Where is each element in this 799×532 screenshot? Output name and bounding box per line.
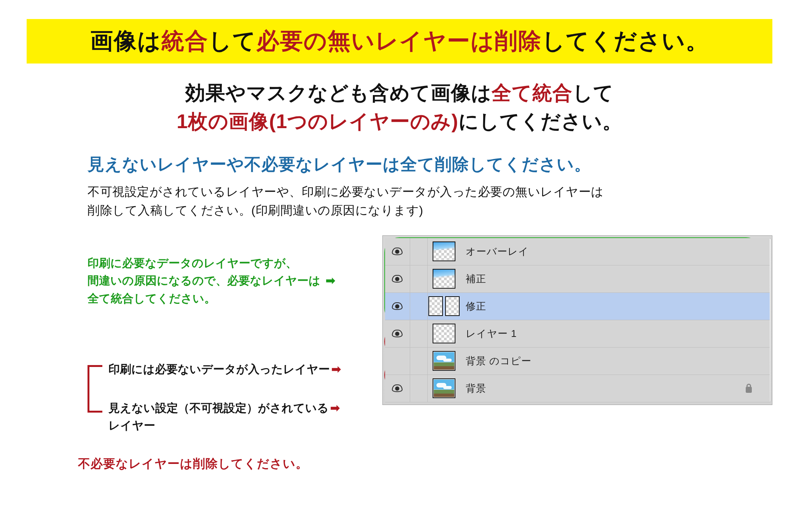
layer-name-text: レイヤー 1: [466, 327, 517, 340]
thumbnail-cell[interactable]: [428, 269, 460, 289]
section-title: 見えないレイヤーや不必要なレイヤーは全て削除してください。: [88, 153, 772, 176]
visibility-toggle[interactable]: [385, 238, 410, 265]
layer-thumbnail: [433, 351, 455, 371]
layer-row[interactable]: 背景: [385, 375, 770, 402]
bracket-icon: [88, 365, 100, 413]
spacer-cell: [410, 320, 428, 347]
eye-icon: [392, 275, 403, 283]
visibility-toggle[interactable]: [385, 375, 410, 402]
layer-name-text: 背景 のコピー: [466, 354, 532, 368]
headline-seg: してください。: [542, 28, 709, 54]
subhead-seg: にしてください。: [458, 110, 622, 132]
layer-thumbnail: [428, 296, 443, 316]
layer-name-label[interactable]: 補正: [460, 272, 757, 286]
eye-icon: [392, 302, 403, 310]
layer-list: オーバーレイ補正修正レイヤー 1背景 のコピー背景: [385, 238, 770, 402]
layer-thumbnail: [433, 324, 455, 343]
annotation-green-line: 印刷に必要なデータのレイヤーですが、: [88, 257, 297, 269]
section: 見えないレイヤーや不必要なレイヤーは全て削除してください。 不可視設定がされてい…: [27, 153, 772, 472]
thumbnail-cell[interactable]: [428, 324, 460, 343]
annotation-green-line: 全て統合してください。: [88, 292, 216, 305]
layer-row[interactable]: オーバーレイ: [385, 238, 770, 265]
annotation-red-text: 印刷には必要ないデータが入ったレイヤー: [108, 363, 330, 375]
annotation-red-1: 印刷には必要ないデータが入ったレイヤー➡: [108, 360, 367, 378]
eye-icon: [392, 330, 403, 337]
spacer-cell: [410, 238, 428, 265]
thumbnail-cell[interactable]: [428, 296, 460, 316]
lock-icon: [745, 384, 753, 393]
thumbnail-cell[interactable]: [428, 378, 460, 398]
spacer-cell: [410, 293, 428, 320]
headline-banner: 画像は統合して必要の無いレイヤーは削除してください。: [27, 19, 772, 64]
spacer-cell: [410, 375, 428, 402]
eye-icon: [392, 384, 403, 392]
headline-seg-red: 統合: [161, 28, 209, 54]
layer-name-label[interactable]: 背景: [460, 382, 757, 395]
annotation-red-text: 見えない設定（不可視設定）がされている: [108, 402, 329, 414]
layer-name-label[interactable]: レイヤー 1: [460, 327, 757, 340]
headline-text: 画像は統合して必要の無いレイヤーは削除してください。: [90, 28, 709, 54]
annotation-red-2: 見えない設定（不可視設定）がされている➡ レイヤー: [108, 399, 367, 435]
annotation-red-text: レイヤー: [108, 419, 155, 432]
visibility-toggle[interactable]: [385, 348, 410, 375]
annotation-red-group: 印刷には必要ないデータが入ったレイヤー➡ 見えない設定（不可視設定）がされている…: [88, 360, 367, 435]
arrow-right-icon: ➡: [330, 402, 340, 414]
visibility-toggle[interactable]: [385, 265, 410, 292]
layer-name-text: 補正: [466, 272, 486, 286]
headline-seg: して: [209, 28, 256, 54]
layer-name-label[interactable]: オーバーレイ: [460, 245, 757, 258]
subhead-seg: して: [573, 82, 614, 104]
section-body: 不可視設定がされているレイヤーや、印刷に必要ないデータが入った必要の無いレイヤー…: [88, 183, 772, 220]
layer-name-text: 修正: [466, 300, 486, 313]
spacer-cell: [410, 348, 428, 375]
layer-thumbnail: [433, 378, 455, 398]
layer-name-label[interactable]: 修正: [460, 300, 757, 313]
layer-thumbnail: [433, 269, 455, 289]
layer-row[interactable]: 修正: [385, 293, 770, 320]
layer-row[interactable]: レイヤー 1: [385, 320, 770, 348]
visibility-toggle[interactable]: [385, 293, 410, 320]
thumbnail-cell[interactable]: [428, 351, 460, 371]
mask-thumbnail: [445, 296, 460, 316]
annotation-green-line: 間違いの原因になるので、必要なレイヤーは: [88, 274, 320, 287]
subheading: 効果やマスクなども含めて画像は全て統合して 1枚の画像(1つのレイヤーのみ)にし…: [27, 79, 772, 136]
subhead-seg: 効果やマスクなども含めて画像は: [185, 82, 492, 104]
thumbnail-cell[interactable]: [428, 241, 460, 261]
headline-seg-red: 必要の無いレイヤーは削除: [256, 28, 542, 54]
eye-icon: [392, 248, 403, 255]
layer-row[interactable]: 補正: [385, 265, 770, 293]
arrow-right-icon: ➡: [331, 363, 341, 375]
layer-name-text: オーバーレイ: [466, 245, 529, 258]
visibility-toggle[interactable]: [385, 320, 410, 347]
layer-thumbnail: [433, 241, 455, 261]
annotation-column: 印刷に必要なデータのレイヤーですが、 間違いの原因になるので、必要なレイヤーは …: [88, 235, 367, 472]
layer-row[interactable]: 背景 のコピー: [385, 348, 770, 375]
lower-area: 印刷に必要なデータのレイヤーですが、 間違いの原因になるので、必要なレイヤーは …: [88, 235, 772, 472]
arrow-right-icon: ➡: [326, 274, 335, 287]
subhead-seg-red: 全て統合: [492, 82, 573, 104]
layers-panel: オーバーレイ補正修正レイヤー 1背景 のコピー背景: [382, 235, 772, 405]
annotation-red-bold: 不必要なレイヤーは削除してください。: [78, 456, 367, 472]
layer-name-text: 背景: [466, 382, 486, 395]
layer-name-label[interactable]: 背景 のコピー: [460, 354, 757, 368]
headline-seg: 画像は: [90, 28, 161, 54]
annotation-green: 印刷に必要なデータのレイヤーですが、 間違いの原因になるので、必要なレイヤーは …: [88, 254, 367, 308]
subhead-seg-red: 1枚の画像(1つのレイヤーのみ): [177, 110, 458, 132]
spacer-cell: [410, 265, 428, 292]
